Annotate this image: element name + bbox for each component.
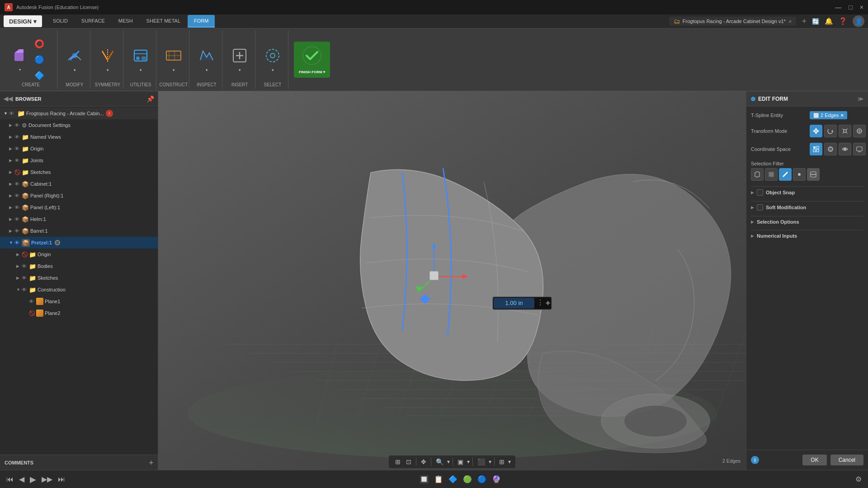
root-expand-icon[interactable]: ▼ [4, 111, 9, 116]
ef-sel-options-header[interactable]: ▶ Selection Options [751, 216, 863, 227]
add-tab-btn[interactable]: + [802, 17, 807, 26]
cabinet1-visibility[interactable]: 👁 [14, 181, 22, 187]
nav-back-icon[interactable]: 🔄 [812, 18, 819, 25]
viewport-effects-dropdown[interactable]: ▾ [508, 459, 511, 465]
construction-visibility[interactable]: 👁 [22, 287, 29, 292]
ef-ok-button[interactable]: OK [802, 455, 826, 465]
tree-cabinet1[interactable]: ▶ 👁 📦 Cabinet:1 [0, 178, 158, 190]
pretzel-sketches-visibility[interactable]: 👁 [22, 275, 29, 281]
design-button[interactable]: DESIGN ▾ [4, 15, 42, 27]
doc-settings-visibility[interactable]: 👁 [14, 122, 22, 128]
helm1-visibility[interactable]: 👁 [14, 216, 22, 222]
viewport-shading-btn[interactable]: ⬛ [476, 457, 487, 466]
tree-doc-settings[interactable]: ▶ 👁 ⚙ Document Settings [0, 119, 158, 131]
minimize-button[interactable]: — [835, 4, 841, 11]
bottom-settings-btn[interactable]: ⚙ [854, 474, 863, 484]
ef-expand-icon[interactable]: ≫ [858, 96, 863, 102]
playback-to-start[interactable]: ⏮ [5, 474, 15, 484]
tab-surface[interactable]: SURFACE [75, 15, 111, 28]
plane1-visibility[interactable]: 👁 [29, 299, 36, 304]
viewport[interactable]: 1.00 in ⋮ ✚ TOP FRONT RIGHT ⊞ ⊡ ✥ [158, 91, 746, 470]
tree-plane2[interactable]: 🚫 Plane2 [0, 307, 158, 319]
tree-pretzel-sketches[interactable]: ▶ 👁 📁 Sketches [0, 272, 158, 284]
viewport-shading-dropdown[interactable]: ▾ [489, 459, 491, 465]
select-btn[interactable]: ▾ [261, 43, 284, 76]
close-button[interactable]: × [860, 4, 863, 11]
bottom-tool-2[interactable]: 📋 [432, 474, 445, 484]
pretzel-origin-expand[interactable]: ▶ [16, 252, 22, 257]
panel-right-expand[interactable]: ▶ [9, 193, 14, 198]
tab-mesh[interactable]: MESH [112, 15, 139, 28]
viewport-snap-btn[interactable]: ⊡ [404, 457, 413, 466]
create-box-btn[interactable]: ▾ [8, 43, 32, 76]
ef-selfilt-btn-body[interactable] [751, 168, 764, 181]
tree-origin[interactable]: ▶ 👁 📁 Origin [0, 143, 158, 155]
sketches-visibility[interactable]: 🚫 [14, 169, 22, 175]
viewport-effects-btn[interactable]: ⊞ [497, 457, 506, 466]
bottom-tool-5[interactable]: 🔵 [476, 474, 488, 484]
ef-selfilt-btn-face[interactable] [765, 168, 778, 181]
create-sphere-btn[interactable]: ⭕ [33, 37, 53, 51]
tree-barrel1[interactable]: ▶ 👁 📦 Barrel:1 [0, 225, 158, 237]
pretzel1-visibility[interactable]: 👁 [14, 240, 22, 245]
ef-soft-mod-checkbox[interactable] [757, 204, 763, 211]
symmetry-btn[interactable]: ▾ [96, 43, 119, 76]
doc-settings-expand[interactable]: ▶ [9, 123, 14, 127]
tree-panel-left[interactable]: ▶ 👁 📦 Panel (Left):1 [0, 202, 158, 213]
viewport-display-btn[interactable]: ▣ [456, 457, 465, 466]
create-torus-btn[interactable]: 🔷 [33, 68, 53, 83]
ef-selfilt-btn-edge[interactable] [779, 168, 792, 181]
bell-icon[interactable]: 🔔 [825, 17, 833, 25]
tree-panel-right[interactable]: ▶ 👁 📦 Panel (Right):1 [0, 190, 158, 202]
joints-visibility[interactable]: 👁 [14, 158, 22, 163]
tree-helm1[interactable]: ▶ 👁 📦 Helm:1 [0, 213, 158, 225]
maximize-button[interactable]: □ [849, 4, 852, 11]
plane2-visibility[interactable]: 🚫 [29, 310, 36, 316]
pretzel1-expand[interactable]: ▼ [9, 240, 14, 245]
tree-pretzel-bodies[interactable]: ▶ 👁 📁 Bodies [0, 260, 158, 272]
pretzel-bodies-visibility[interactable]: 👁 [22, 263, 29, 269]
ef-transform-btn-translate[interactable] [810, 125, 822, 137]
named-views-visibility[interactable]: 👁 [14, 134, 22, 140]
barrel1-expand[interactable]: ▶ [9, 229, 14, 233]
pretzel-origin-visibility[interactable]: 🚫 [22, 252, 29, 258]
help-icon[interactable]: ❓ [839, 17, 847, 25]
ef-cancel-button[interactable]: Cancel [830, 455, 863, 465]
ef-info-btn[interactable]: i [751, 456, 759, 464]
ef-selfilt-btn-loop[interactable] [807, 168, 820, 181]
named-views-expand[interactable]: ▶ [9, 135, 14, 139]
pretzel-sketches-expand[interactable]: ▶ [16, 276, 22, 280]
ef-transform-btn-mixed[interactable] [853, 125, 866, 137]
viewport-display-dropdown[interactable]: ▾ [467, 459, 470, 465]
viewport-zoom-dropdown[interactable]: ▾ [447, 459, 450, 465]
tree-named-views[interactable]: ▶ 👁 📁 Named Views [0, 131, 158, 143]
tab-close-btn[interactable]: × [788, 18, 792, 25]
utilities-btn[interactable]: ▾ [129, 43, 152, 76]
ef-num-inputs-header[interactable]: ▶ Numerical Inputs [751, 230, 863, 241]
finish-form-btn[interactable]: FINISH FORM ▾ [294, 42, 330, 78]
ef-selfilt-btn-vertex[interactable] [793, 168, 806, 181]
tab-form[interactable]: FORM [188, 15, 215, 28]
cabinet1-expand[interactable]: ▶ [9, 182, 14, 186]
playback-prev-step[interactable]: ◀ [17, 474, 26, 484]
bottom-tool-3[interactable]: 🔷 [447, 474, 459, 484]
panel-right-visibility[interactable]: 👁 [14, 193, 22, 198]
viewport-pan-btn[interactable]: ✥ [419, 457, 428, 466]
tab-solid[interactable]: SOLID [47, 15, 74, 28]
ef-soft-mod-header[interactable]: ▶ Soft Modification [751, 201, 863, 213]
root-visibility-icon[interactable]: 👁 [9, 111, 16, 116]
panel-left-visibility[interactable]: 👁 [14, 205, 22, 210]
tree-joints[interactable]: ▶ 👁 📁 Joints [0, 155, 158, 166]
create-cylinder-btn[interactable]: 🔵 [33, 52, 53, 67]
ef-coord-btn-view[interactable] [839, 143, 851, 155]
tree-pretzel1[interactable]: ▼ 👁 📦 Pretzel:1 [0, 237, 158, 249]
helm1-expand[interactable]: ▶ [9, 217, 14, 221]
playback-to-end[interactable]: ⏭ [56, 474, 67, 484]
tree-root-item[interactable]: ▼ 👁 📁 Frogtopus Racing - Arcade Cabin...… [0, 108, 158, 119]
tree-construction[interactable]: ▼ 👁 📁 Construction [0, 284, 158, 296]
bottom-tool-6[interactable]: 🔮 [490, 474, 503, 484]
construct-btn[interactable]: ▾ [162, 43, 185, 76]
joints-expand[interactable]: ▶ [9, 158, 14, 163]
insert-btn[interactable]: ▾ [228, 43, 251, 76]
barrel1-visibility[interactable]: 👁 [14, 228, 22, 234]
